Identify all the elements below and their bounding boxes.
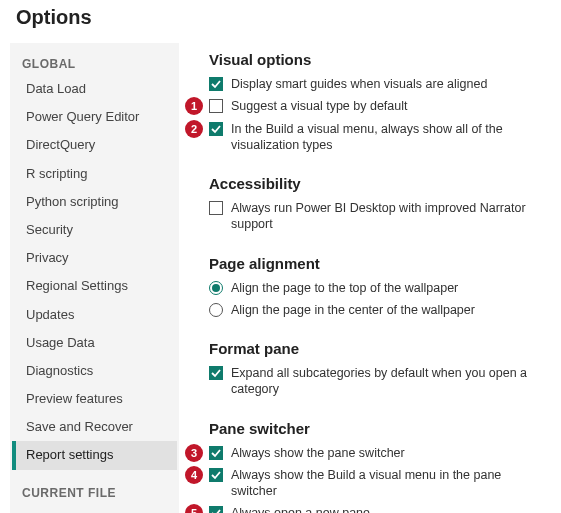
sidebar-section-current-file: CURRENT FILE <box>12 480 177 504</box>
checkbox-icon[interactable] <box>209 468 223 482</box>
sidebar-item-power-query-editor[interactable]: Power Query Editor <box>12 103 177 131</box>
option-show-all-viz-types[interactable]: 2 In the Build a visual menu, always sho… <box>209 121 549 154</box>
option-align-top[interactable]: Align the page to the top of the wallpap… <box>209 280 549 296</box>
sidebar-item-updates[interactable]: Updates <box>12 301 177 329</box>
sidebar-item-python-scripting[interactable]: Python scripting <box>12 188 177 216</box>
option-label: In the Build a visual menu, always show … <box>231 121 549 154</box>
option-align-center[interactable]: Align the page in the center of the wall… <box>209 302 549 318</box>
option-label: Always show the Build a visual menu in t… <box>231 467 549 500</box>
option-smart-guides[interactable]: Display smart guides when visuals are al… <box>209 76 549 92</box>
callout-badge: 3 <box>185 444 203 462</box>
callout-badge: 4 <box>185 466 203 484</box>
sidebar-item-diagnostics[interactable]: Diagnostics <box>12 357 177 385</box>
sidebar-section-global: GLOBAL <box>12 51 177 75</box>
option-expand-subcategories[interactable]: Expand all subcategories by default when… <box>209 365 549 398</box>
option-label: Align the page in the center of the wall… <box>231 302 475 318</box>
sidebar: GLOBAL Data LoadPower Query EditorDirect… <box>10 43 179 513</box>
sidebar-item-privacy[interactable]: Privacy <box>12 244 177 272</box>
heading-accessibility: Accessibility <box>209 175 549 192</box>
sidebar-item-save-and-recover[interactable]: Save and Recover <box>12 413 177 441</box>
callout-badge: 2 <box>185 120 203 138</box>
checkbox-icon[interactable] <box>209 99 223 113</box>
sidebar-item-preview-features[interactable]: Preview features <box>12 385 177 413</box>
options-dialog: Options GLOBAL Data LoadPower Query Edit… <box>0 0 561 513</box>
radio-icon[interactable] <box>209 303 223 317</box>
checkbox-icon[interactable] <box>209 201 223 215</box>
sidebar-item-regional-settings[interactable]: Regional Settings <box>12 272 177 300</box>
sidebar-item-usage-data[interactable]: Usage Data <box>12 329 177 357</box>
checkbox-icon[interactable] <box>209 77 223 91</box>
checkbox-icon[interactable] <box>209 506 223 513</box>
sidebar-item-r-scripting[interactable]: R scripting <box>12 160 177 188</box>
dialog-body: GLOBAL Data LoadPower Query EditorDirect… <box>10 43 555 513</box>
option-label: Always run Power BI Desktop with improve… <box>231 200 549 233</box>
option-show-pane-switcher[interactable]: 3 Always show the pane switcher <box>209 445 549 461</box>
sidebar-item-report-settings[interactable]: Report settings <box>12 441 177 469</box>
content-area: Visual options Display smart guides when… <box>179 43 555 513</box>
checkbox-icon[interactable] <box>209 366 223 380</box>
option-label: Always show the pane switcher <box>231 445 405 461</box>
heading-page-alignment: Page alignment <box>209 255 549 272</box>
option-label: Expand all subcategories by default when… <box>231 365 549 398</box>
sidebar-item-data-load[interactable]: Data Load <box>12 504 177 513</box>
option-label: Align the page to the top of the wallpap… <box>231 280 458 296</box>
option-suggest-visual-type[interactable]: 1 Suggest a visual type by default <box>209 98 549 114</box>
radio-icon[interactable] <box>209 281 223 295</box>
option-label: Display smart guides when visuals are al… <box>231 76 487 92</box>
option-show-build-visual-menu[interactable]: 4 Always show the Build a visual menu in… <box>209 467 549 500</box>
callout-badge: 1 <box>185 97 203 115</box>
sidebar-item-security[interactable]: Security <box>12 216 177 244</box>
option-label: Always open a new pane <box>231 505 370 513</box>
heading-visual-options: Visual options <box>209 51 549 68</box>
dialog-title: Options <box>10 6 555 43</box>
sidebar-item-data-load[interactable]: Data Load <box>12 75 177 103</box>
option-narrator-support[interactable]: Always run Power BI Desktop with improve… <box>209 200 549 233</box>
heading-pane-switcher: Pane switcher <box>209 420 549 437</box>
checkbox-icon[interactable] <box>209 446 223 460</box>
option-open-new-pane[interactable]: 5 Always open a new pane <box>209 505 549 513</box>
heading-format-pane: Format pane <box>209 340 549 357</box>
callout-badge: 5 <box>185 504 203 513</box>
option-label: Suggest a visual type by default <box>231 98 408 114</box>
sidebar-item-directquery[interactable]: DirectQuery <box>12 131 177 159</box>
checkbox-icon[interactable] <box>209 122 223 136</box>
